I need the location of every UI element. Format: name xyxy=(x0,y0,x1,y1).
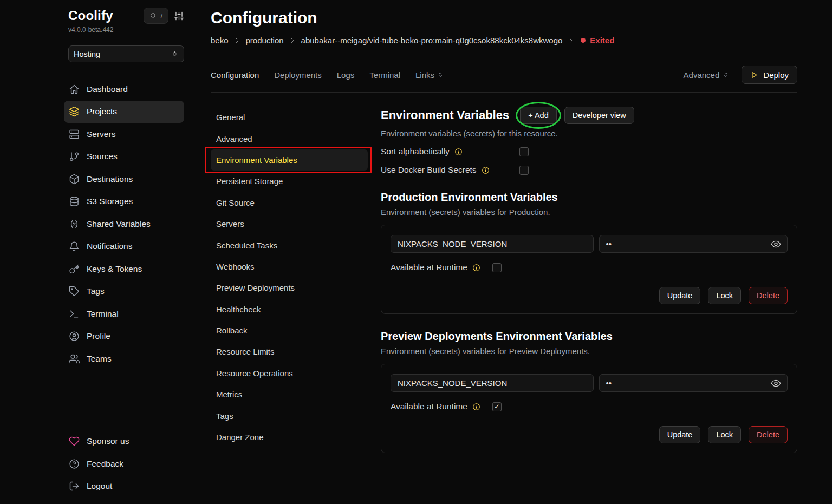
env-var-inputs-row xyxy=(391,374,788,392)
subnav-item-persistent-storage[interactable]: Persistent Storage xyxy=(211,171,368,192)
sidebar-item-feedback[interactable]: Feedback xyxy=(64,453,184,475)
deploy-button[interactable]: Deploy xyxy=(742,66,797,84)
sidebar-item-terminal[interactable]: Terminal xyxy=(64,303,184,325)
sidebar-item-profile[interactable]: Profile xyxy=(64,325,184,348)
developer-view-button[interactable]: Developer view xyxy=(564,107,634,124)
tab-terminal[interactable]: Terminal xyxy=(369,70,400,80)
subnav-item-tags[interactable]: Tags xyxy=(211,405,368,426)
sidebar-item-projects[interactable]: Projects xyxy=(64,101,184,123)
sidebar-item-label: Servers xyxy=(87,129,115,139)
variable-icon xyxy=(69,219,80,230)
coolify-app: Coolify / v4.0.0-beta.442 Hosting Dashbo… xyxy=(0,0,832,504)
settings-subnav: General Advanced Environment Variables P… xyxy=(211,107,381,504)
subnav-item-metrics[interactable]: Metrics xyxy=(211,384,368,405)
subnav-item-preview-deployments[interactable]: Preview Deployments xyxy=(211,277,368,298)
env-var-value-wrap xyxy=(599,374,788,392)
subnav-item-general[interactable]: General xyxy=(211,107,368,128)
chevron-updown-icon xyxy=(171,50,179,58)
subnav-item-environment-variables[interactable]: Environment Variables xyxy=(211,149,368,171)
available-at-runtime-checkbox[interactable] xyxy=(492,263,502,272)
subnav-item-webhooks[interactable]: Webhooks xyxy=(211,256,368,277)
subnav-item-servers[interactable]: Servers xyxy=(211,213,368,234)
breadcrumb-environment[interactable]: production xyxy=(246,36,284,45)
env-var-value-wrap xyxy=(599,235,788,253)
database-icon xyxy=(69,196,80,207)
sidebar-item-dashboard[interactable]: Dashboard xyxy=(64,78,184,101)
eye-icon[interactable] xyxy=(771,239,781,249)
team-select[interactable]: Hosting xyxy=(68,45,184,62)
users-icon xyxy=(69,354,80,364)
tab-links-label: Links xyxy=(415,70,434,80)
sidebar-item-logout[interactable]: Logout xyxy=(64,475,184,498)
sidebar-item-keys-tokens[interactable]: Keys & Tokens xyxy=(64,258,184,280)
sidebar-item-tags[interactable]: Tags xyxy=(64,280,184,303)
eye-icon[interactable] xyxy=(771,378,781,388)
sidebar-item-label: Projects xyxy=(87,107,117,116)
docker-build-secrets-checkbox[interactable] xyxy=(519,166,529,175)
tab-configuration[interactable]: Configuration xyxy=(211,70,259,80)
main-content: Configuration beko production abubakar--… xyxy=(191,0,832,504)
deploy-label: Deploy xyxy=(763,70,789,80)
logo-row: Coolify / xyxy=(68,8,184,24)
subnav-item-healthcheck[interactable]: Healthcheck xyxy=(211,299,368,320)
sidebar-item-shared-variables[interactable]: Shared Variables xyxy=(64,213,184,235)
env-var-name-input[interactable] xyxy=(391,374,594,392)
sidebar-item-label: Teams xyxy=(87,354,112,364)
tab-links-dropdown[interactable]: Links xyxy=(415,70,444,80)
subnav-item-git-source[interactable]: Git Source xyxy=(211,192,368,213)
sidebar-item-sponsor[interactable]: Sponsor us xyxy=(64,430,184,453)
lock-button[interactable]: Lock xyxy=(708,426,741,443)
subnav-item-rollback[interactable]: Rollback xyxy=(211,320,368,341)
tab-deployments[interactable]: Deployments xyxy=(274,70,322,80)
sidebar-item-destinations[interactable]: Destinations xyxy=(64,168,184,191)
tab-bar-right: Advanced Deploy xyxy=(684,66,797,84)
preview-section-subtitle: Environment (secrets) variables for Prev… xyxy=(381,346,797,356)
layers-icon xyxy=(69,106,80,117)
sidebar-item-sources[interactable]: Sources xyxy=(64,146,184,168)
page-title: Configuration xyxy=(211,8,797,28)
docker-secrets-label: Use Docker Build Secrets xyxy=(381,165,477,175)
sidebar-item-servers[interactable]: Servers xyxy=(64,123,184,146)
subnav-item-resource-limits[interactable]: Resource Limits xyxy=(211,341,368,362)
sidebar-item-s3-storages[interactable]: S3 Storages xyxy=(64,191,184,213)
subnav-item-danger-zone[interactable]: Danger Zone xyxy=(211,427,368,448)
sidebar: Coolify / v4.0.0-beta.442 Hosting Dashbo… xyxy=(0,0,191,504)
lock-button[interactable]: Lock xyxy=(708,287,741,304)
sidebar-item-label: Logout xyxy=(87,481,112,491)
env-var-value-input[interactable] xyxy=(599,235,788,253)
sort-alphabetically-checkbox[interactable] xyxy=(519,147,529,156)
breadcrumb-resource[interactable]: abubakar--meigag/vid-tube-beko-pro:main-… xyxy=(301,36,563,45)
delete-button[interactable]: Delete xyxy=(749,426,788,443)
update-button[interactable]: Update xyxy=(659,287,701,304)
delete-button[interactable]: Delete xyxy=(749,287,788,304)
subnav-item-resource-operations[interactable]: Resource Operations xyxy=(211,363,368,384)
env-var-value-input[interactable] xyxy=(599,374,788,392)
sidebar-item-teams[interactable]: Teams xyxy=(64,348,184,370)
advanced-dropdown[interactable]: Advanced xyxy=(684,70,730,80)
subnav-item-scheduled-tasks[interactable]: Scheduled Tasks xyxy=(211,234,368,256)
sidebar-item-notifications[interactable]: Notifications xyxy=(64,235,184,258)
tab-logs[interactable]: Logs xyxy=(337,70,355,80)
info-icon xyxy=(454,148,463,156)
env-var-name-input[interactable] xyxy=(391,235,594,253)
sidebar-item-label: Tags xyxy=(87,286,105,296)
search-button[interactable]: / xyxy=(144,8,168,24)
status-badge: Exited xyxy=(581,36,614,45)
sidebar-item-label: Feedback xyxy=(87,459,123,469)
available-at-runtime-checkbox-checked[interactable]: ✓ xyxy=(492,402,502,411)
app-logo: Coolify xyxy=(68,8,113,23)
sidebar-item-label: Notifications xyxy=(87,241,132,251)
add-button[interactable]: + Add xyxy=(520,107,557,124)
update-button[interactable]: Update xyxy=(659,426,701,443)
subnav-item-advanced[interactable]: Advanced xyxy=(211,128,368,149)
available-at-runtime-row: Available at Runtime ✓ xyxy=(391,402,788,411)
help-icon xyxy=(69,459,80,469)
env-header: Environment Variables + Add Developer vi… xyxy=(381,107,797,124)
sidebar-item-label: Profile xyxy=(87,331,110,341)
settings-sliders-button[interactable] xyxy=(174,11,184,21)
breadcrumb-project[interactable]: beko xyxy=(211,36,229,45)
subnav-item-label: Environment Variables xyxy=(216,155,297,165)
chevron-right-icon xyxy=(567,37,575,44)
terminal-icon xyxy=(69,309,80,319)
info-icon xyxy=(472,264,480,272)
